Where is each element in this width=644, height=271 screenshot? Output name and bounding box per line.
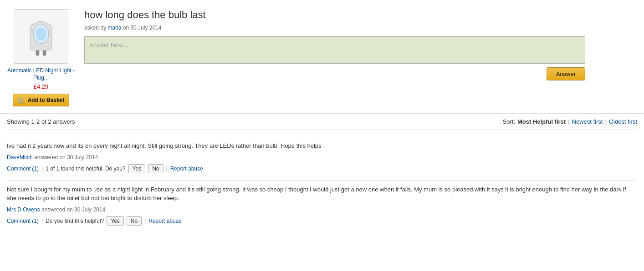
no-button-2[interactable]: No: [127, 216, 142, 226]
sort-divider-2: |: [605, 118, 606, 125]
answer-button-row: Answer: [84, 67, 585, 80]
yes-button-2[interactable]: Yes: [107, 216, 124, 226]
sort-label: Sort:: [503, 118, 515, 125]
product-column: Automatic LED Night Light - Plug... £4.2…: [7, 9, 75, 106]
sort-oldest-link[interactable]: Oldest first: [609, 118, 637, 125]
answerer-line-2: Mrs D Owens answered on 30 July 2014: [7, 206, 637, 213]
helpful-text-2: Do you find this helpful?: [46, 218, 104, 224]
sort-divider-1: |: [568, 118, 569, 125]
comment-link-2[interactable]: Comment (1): [7, 218, 39, 224]
add-to-basket-label: Add to Basket: [28, 97, 65, 103]
answer-input[interactable]: [84, 36, 585, 64]
answerer-link-2[interactable]: Mrs D Owens: [7, 206, 40, 213]
asked-by-date-text: on 30 July 2014: [123, 25, 162, 31]
no-button-1[interactable]: No: [148, 164, 163, 173]
helpful-text-1: 1 of 1 found this helpful. Do you?: [46, 166, 125, 172]
sort-most-helpful[interactable]: Most Helpful first: [517, 118, 566, 125]
answers-header: Showing 1-2 of 2 answers Sort: Most Help…: [7, 114, 637, 130]
pipe-1: |: [41, 166, 43, 172]
answer-text-2: Not sure I bought for my mum to use as a…: [7, 185, 637, 203]
answers-section: Showing 1-2 of 2 answers Sort: Most Help…: [0, 114, 644, 232]
showing-text: Showing 1-2 of 2 answers: [7, 118, 75, 125]
sort-options: Sort: Most Helpful first | Newest first …: [503, 118, 637, 125]
answer-item-1: Ive had it 2 years now and its on every …: [7, 137, 637, 181]
pipe-3: |: [41, 218, 43, 224]
product-price: £4.29: [34, 83, 49, 90]
top-section: Automatic LED Night Light - Plug... £4.2…: [0, 5, 644, 114]
answer-text-1: Ive had it 2 years now and its on every …: [7, 141, 637, 151]
answer-actions-1: Comment (1) | 1 of 1 found this helpful.…: [7, 164, 637, 173]
svg-point-4: [36, 28, 46, 40]
page-container: Automatic LED Night Light - Plug... £4.2…: [0, 0, 644, 271]
answerer-link-1[interactable]: DaveMitch: [7, 154, 33, 161]
add-to-basket-button[interactable]: 🛒 Add to Basket: [13, 94, 70, 106]
answerer-line-1: DaveMitch answered on 30 July 2014: [7, 154, 637, 161]
answer-button[interactable]: Answer: [547, 67, 585, 80]
product-image: [14, 9, 68, 64]
question-title: how long does the bulb last: [84, 9, 637, 21]
comment-link-1[interactable]: Comment (1): [7, 166, 39, 172]
basket-icon: 🛒: [18, 96, 26, 104]
pipe-2: |: [166, 166, 168, 172]
product-image-svg: [23, 16, 59, 57]
answered-date-text-1: answered on 30 July 2014: [34, 154, 98, 161]
report-link-1[interactable]: Report abuse: [170, 166, 203, 172]
asked-by-prefix: asked by: [84, 25, 106, 31]
sort-newest-link[interactable]: Newest first: [572, 118, 603, 125]
product-link[interactable]: Automatic LED Night Light - Plug...: [7, 67, 75, 81]
asker-name-link[interactable]: maria: [107, 25, 121, 31]
answer-item-2: Not sure I bought for my mum to use as a…: [7, 181, 637, 232]
asked-by-line: asked by maria on 30 July 2014: [84, 25, 637, 31]
question-column: how long does the bulb last asked by mar…: [75, 9, 637, 106]
yes-button-1[interactable]: Yes: [128, 164, 146, 173]
report-link-2[interactable]: Report abuse: [148, 218, 181, 224]
pipe-4: |: [144, 218, 146, 224]
answered-date-text-2: answered on 30 July 2014: [41, 206, 105, 213]
answer-actions-2: Comment (1) | Do you find this helpful? …: [7, 216, 637, 226]
